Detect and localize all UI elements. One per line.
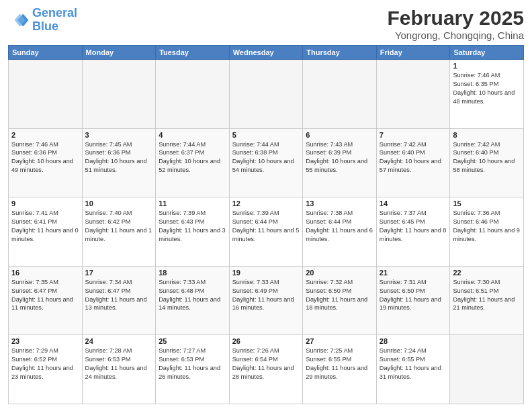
day-cell: 15Sunrise: 7:36 AM Sunset: 6:46 PM Dayli… xyxy=(450,197,524,267)
title-block: February 2025 Yongrong, Chongqing, China xyxy=(388,7,524,41)
day-info: Sunrise: 7:44 AM Sunset: 6:37 PM Dayligh… xyxy=(159,140,226,175)
day-info: Sunrise: 7:34 AM Sunset: 6:47 PM Dayligh… xyxy=(85,278,153,313)
day-cell: 5Sunrise: 7:44 AM Sunset: 6:38 PM Daylig… xyxy=(229,128,303,197)
weekday-header-row: SundayMondayTuesdayWednesdayThursdayFrid… xyxy=(9,46,524,60)
day-cell: 7Sunrise: 7:42 AM Sunset: 6:40 PM Daylig… xyxy=(376,128,450,197)
day-number: 26 xyxy=(232,337,300,345)
weekday-sunday: Sunday xyxy=(9,46,83,60)
day-cell xyxy=(9,60,83,129)
day-cell xyxy=(303,60,377,129)
day-info: Sunrise: 7:46 AM Sunset: 6:35 PM Dayligh… xyxy=(453,71,521,106)
day-info: Sunrise: 7:30 AM Sunset: 6:51 PM Dayligh… xyxy=(453,278,521,313)
day-info: Sunrise: 7:39 AM Sunset: 6:44 PM Dayligh… xyxy=(232,209,300,244)
day-cell: 26Sunrise: 7:26 AM Sunset: 6:54 PM Dayli… xyxy=(229,335,303,404)
day-number: 11 xyxy=(159,199,226,208)
day-info: Sunrise: 7:39 AM Sunset: 6:43 PM Dayligh… xyxy=(159,209,226,244)
day-info: Sunrise: 7:28 AM Sunset: 6:53 PM Dayligh… xyxy=(85,347,153,381)
day-number: 15 xyxy=(453,199,521,208)
day-info: Sunrise: 7:25 AM Sunset: 6:55 PM Dayligh… xyxy=(306,347,373,381)
day-info: Sunrise: 7:45 AM Sunset: 6:36 PM Dayligh… xyxy=(85,140,153,175)
day-info: Sunrise: 7:31 AM Sunset: 6:50 PM Dayligh… xyxy=(380,278,447,313)
day-number: 6 xyxy=(306,131,373,139)
day-number: 12 xyxy=(232,199,300,208)
day-info: Sunrise: 7:37 AM Sunset: 6:45 PM Dayligh… xyxy=(380,209,447,244)
day-number: 18 xyxy=(159,269,226,277)
week-row-0: 1Sunrise: 7:46 AM Sunset: 6:35 PM Daylig… xyxy=(9,60,524,129)
day-number: 25 xyxy=(159,337,226,345)
day-cell: 19Sunrise: 7:33 AM Sunset: 6:49 PM Dayli… xyxy=(229,266,303,335)
day-cell xyxy=(82,60,156,129)
day-cell: 14Sunrise: 7:37 AM Sunset: 6:45 PM Dayli… xyxy=(376,197,450,267)
day-number: 4 xyxy=(159,131,226,139)
day-number: 19 xyxy=(232,269,300,277)
day-number: 20 xyxy=(306,269,373,277)
day-info: Sunrise: 7:38 AM Sunset: 6:44 PM Dayligh… xyxy=(306,209,373,244)
day-cell: 12Sunrise: 7:39 AM Sunset: 6:44 PM Dayli… xyxy=(229,197,303,267)
day-info: Sunrise: 7:24 AM Sunset: 6:55 PM Dayligh… xyxy=(380,347,447,381)
day-info: Sunrise: 7:43 AM Sunset: 6:39 PM Dayligh… xyxy=(306,140,373,175)
day-info: Sunrise: 7:33 AM Sunset: 6:49 PM Dayligh… xyxy=(232,278,300,313)
day-info: Sunrise: 7:32 AM Sunset: 6:50 PM Dayligh… xyxy=(306,278,373,313)
day-cell: 21Sunrise: 7:31 AM Sunset: 6:50 PM Dayli… xyxy=(376,266,450,335)
day-info: Sunrise: 7:44 AM Sunset: 6:38 PM Dayligh… xyxy=(232,140,300,175)
day-cell: 27Sunrise: 7:25 AM Sunset: 6:55 PM Dayli… xyxy=(303,335,377,404)
day-number: 13 xyxy=(306,199,373,208)
logo-icon xyxy=(8,9,30,31)
day-info: Sunrise: 7:42 AM Sunset: 6:40 PM Dayligh… xyxy=(453,140,521,175)
day-number: 22 xyxy=(453,269,521,277)
day-number: 9 xyxy=(11,199,79,208)
day-info: Sunrise: 7:46 AM Sunset: 6:36 PM Dayligh… xyxy=(11,140,79,175)
day-cell: 18Sunrise: 7:33 AM Sunset: 6:48 PM Dayli… xyxy=(156,266,230,335)
day-info: Sunrise: 7:35 AM Sunset: 6:47 PM Dayligh… xyxy=(11,278,79,313)
day-cell: 3Sunrise: 7:45 AM Sunset: 6:36 PM Daylig… xyxy=(82,128,156,197)
day-cell: 2Sunrise: 7:46 AM Sunset: 6:36 PM Daylig… xyxy=(9,128,83,197)
weekday-tuesday: Tuesday xyxy=(156,46,230,60)
day-cell: 13Sunrise: 7:38 AM Sunset: 6:44 PM Dayli… xyxy=(303,197,377,267)
logo-line2: Blue xyxy=(32,19,58,33)
day-cell: 22Sunrise: 7:30 AM Sunset: 6:51 PM Dayli… xyxy=(450,266,524,335)
page: General Blue February 2025 Yongrong, Cho… xyxy=(0,0,532,411)
day-cell: 8Sunrise: 7:42 AM Sunset: 6:40 PM Daylig… xyxy=(450,128,524,197)
week-row-3: 16Sunrise: 7:35 AM Sunset: 6:47 PM Dayli… xyxy=(9,266,524,335)
week-row-2: 9Sunrise: 7:41 AM Sunset: 6:41 PM Daylig… xyxy=(9,197,524,267)
day-cell: 20Sunrise: 7:32 AM Sunset: 6:50 PM Dayli… xyxy=(303,266,377,335)
day-number: 1 xyxy=(453,62,521,70)
logo-line1: General xyxy=(32,6,77,19)
day-info: Sunrise: 7:29 AM Sunset: 6:52 PM Dayligh… xyxy=(11,347,79,381)
week-row-1: 2Sunrise: 7:46 AM Sunset: 6:36 PM Daylig… xyxy=(9,128,524,197)
header: General Blue February 2025 Yongrong, Cho… xyxy=(8,7,524,41)
day-number: 23 xyxy=(11,337,79,345)
day-number: 3 xyxy=(85,131,153,139)
logo: General Blue xyxy=(8,7,77,34)
weekday-friday: Friday xyxy=(376,46,450,60)
day-number: 7 xyxy=(380,131,447,139)
logo-text: General Blue xyxy=(32,7,77,34)
weekday-thursday: Thursday xyxy=(303,46,377,60)
day-cell: 10Sunrise: 7:40 AM Sunset: 6:42 PM Dayli… xyxy=(82,197,156,267)
day-number: 10 xyxy=(85,199,153,208)
day-number: 8 xyxy=(453,131,521,139)
day-cell: 1Sunrise: 7:46 AM Sunset: 6:35 PM Daylig… xyxy=(450,60,524,129)
day-cell: 16Sunrise: 7:35 AM Sunset: 6:47 PM Dayli… xyxy=(9,266,83,335)
day-number: 24 xyxy=(85,337,153,345)
week-row-4: 23Sunrise: 7:29 AM Sunset: 6:52 PM Dayli… xyxy=(9,335,524,404)
day-number: 28 xyxy=(380,337,447,345)
day-cell xyxy=(156,60,230,129)
day-cell: 9Sunrise: 7:41 AM Sunset: 6:41 PM Daylig… xyxy=(9,197,83,267)
day-number: 14 xyxy=(380,199,447,208)
calendar-table: SundayMondayTuesdayWednesdayThursdayFrid… xyxy=(8,45,524,404)
day-info: Sunrise: 7:27 AM Sunset: 6:53 PM Dayligh… xyxy=(159,347,226,381)
day-cell: 28Sunrise: 7:24 AM Sunset: 6:55 PM Dayli… xyxy=(376,335,450,404)
day-cell: 17Sunrise: 7:34 AM Sunset: 6:47 PM Dayli… xyxy=(82,266,156,335)
day-cell: 23Sunrise: 7:29 AM Sunset: 6:52 PM Dayli… xyxy=(9,335,83,404)
day-cell xyxy=(376,60,450,129)
day-number: 2 xyxy=(11,131,79,139)
day-number: 5 xyxy=(232,131,300,139)
day-cell: 6Sunrise: 7:43 AM Sunset: 6:39 PM Daylig… xyxy=(303,128,377,197)
day-cell: 4Sunrise: 7:44 AM Sunset: 6:37 PM Daylig… xyxy=(156,128,230,197)
sub-title: Yongrong, Chongqing, China xyxy=(388,30,524,41)
day-info: Sunrise: 7:36 AM Sunset: 6:46 PM Dayligh… xyxy=(453,209,521,244)
day-number: 21 xyxy=(380,269,447,277)
weekday-wednesday: Wednesday xyxy=(229,46,303,60)
day-info: Sunrise: 7:33 AM Sunset: 6:48 PM Dayligh… xyxy=(159,278,226,313)
